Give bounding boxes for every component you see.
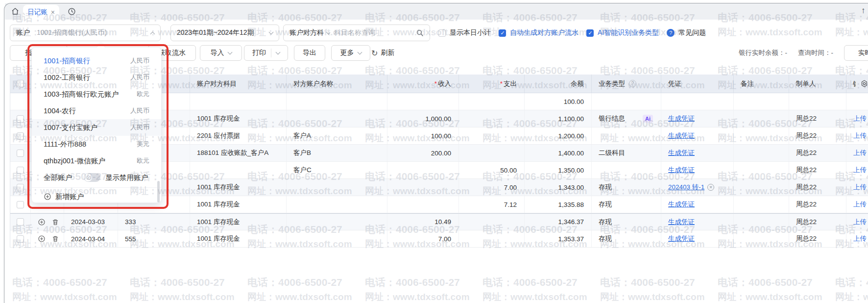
watermark-phone: 电话：4006-6500-27: [600, 276, 695, 289]
cell-number: 555: [125, 235, 136, 243]
account-option-5[interactable]: 1111-外币888美元: [32, 136, 161, 152]
account-option-1[interactable]: 1002-工商银行人民币: [32, 69, 161, 86]
account-option-3[interactable]: 1004-农行人民币: [32, 102, 161, 119]
scroll-up-icon[interactable]: ↑: [861, 6, 866, 16]
upload-link[interactable]: 上传: [853, 200, 867, 209]
header-biz-type: 业务类型: [599, 79, 625, 88]
subject-type-select[interactable]: 账户对方科: [289, 28, 330, 37]
watermark-phone: 电话：4006-6500-27: [247, 276, 342, 289]
checkbox-daily-subtotal[interactable]: 显示本日小计: [438, 28, 491, 37]
cell-maker: 周总22: [796, 166, 817, 175]
watermark-url: 网址：www.tdxsoft.com: [600, 291, 705, 303]
voucher-doc-link[interactable]: 202403 转-1: [668, 183, 704, 192]
upload-link[interactable]: 上传: [853, 218, 867, 227]
checkbox-icon[interactable]: [438, 29, 446, 37]
checkbox-checked-icon[interactable]: [499, 29, 506, 37]
chevron-up-icon: [150, 31, 155, 36]
upload-link[interactable]: 上传: [853, 234, 867, 243]
table-row-7: 2024-03-033331001 库存现金10.491,346.37存现生成凭…: [10, 213, 868, 230]
row-checkbox[interactable]: [17, 132, 24, 140]
cell-opp-subject: 1001 库存现金: [197, 114, 240, 123]
tab-close-icon[interactable]: ×: [51, 8, 55, 16]
column-settings-gear-icon[interactable]: [860, 79, 868, 88]
print-dropdown-toggle[interactable]: [271, 52, 285, 54]
checkbox-auto-flow[interactable]: 自动生成对方账户流水: [499, 28, 579, 37]
search-icon[interactable]: [416, 29, 424, 37]
cell-balance: 1,335.88: [558, 201, 584, 208]
tab-bar: 日记账 × ↑: [5, 3, 868, 20]
more-button[interactable]: 更多: [331, 45, 370, 61]
print-label[interactable]: 打印: [247, 49, 271, 57]
account-option-4[interactable]: 1007-支付宝账户人民币: [32, 119, 161, 136]
upload-link[interactable]: 上传: [853, 166, 867, 175]
bank-balance-text: 银行实时余额：-: [739, 49, 787, 57]
row-checkbox[interactable]: [17, 235, 24, 243]
tab-journal[interactable]: 日记账 ×: [23, 5, 59, 20]
row-checkbox[interactable]: [17, 150, 24, 157]
export-button[interactable]: 导出: [294, 45, 325, 61]
watermark-url: 网址：www.tdxsoft.com: [718, 291, 822, 303]
cell-biz-type: 二级科目: [599, 149, 625, 157]
question-circle-icon: ?: [667, 29, 675, 37]
show-disabled-toggle[interactable]: [84, 173, 100, 182]
row-checkbox[interactable]: [17, 184, 24, 191]
watermark-url: 网址：www.tdxsoft.com: [130, 291, 235, 303]
account-select[interactable]: 账户 1001-招商银行(人民币): [10, 25, 161, 41]
generate-voucher-link[interactable]: 生成凭证: [668, 149, 695, 157]
chevron-down-icon: [269, 29, 274, 34]
upload-link[interactable]: 上传: [853, 149, 867, 157]
checkbox-auto-flow-label: 自动生成对方账户流水: [510, 28, 579, 37]
row-checkbox[interactable]: [17, 218, 24, 226]
generate-voucher-link[interactable]: 生成凭证: [668, 114, 695, 123]
select-all-checkbox[interactable]: [17, 80, 24, 87]
upload-link[interactable]: 上传: [853, 114, 867, 123]
add-account-button[interactable]: 新增账户: [32, 189, 161, 204]
refresh-button[interactable]: ↻ 刷新: [371, 45, 394, 61]
watermark-phone: 电话：4006-6500-27: [12, 276, 107, 289]
account-select-value: 1001-招商银行(人民币): [37, 28, 144, 37]
generate-voucher-link[interactable]: 生成凭证: [668, 200, 695, 209]
show-disabled-label: 显示禁用账户: [105, 173, 148, 182]
realtime-query-button[interactable]: 实时查询: [844, 45, 868, 61]
generate-voucher-link[interactable]: 生成凭证: [668, 218, 695, 227]
add-row-icon[interactable]: [38, 235, 46, 243]
generate-voucher-link[interactable]: 生成凭证: [668, 131, 695, 140]
import-button[interactable]: 导入: [200, 45, 242, 61]
history-icon[interactable]: [68, 7, 76, 16]
query-time-text: 查询时间：-: [798, 49, 833, 57]
period-select[interactable]: 2023年01期~2024年12期: [170, 25, 279, 41]
checkbox-ai-recognize[interactable]: AI智能识别业务类型: [586, 28, 659, 37]
row-checkbox[interactable]: [17, 115, 24, 123]
row-checkbox[interactable]: [17, 167, 24, 174]
cell-maker: 周总22: [796, 234, 817, 243]
account-option-currency: 欧元: [137, 156, 149, 165]
subject-search-box[interactable]: 账户对方科 科目名称查询: [283, 25, 430, 41]
checkbox-daily-subtotal-label: 显示本日小计: [450, 28, 491, 37]
cell-biz-type: 银行结息: [599, 114, 625, 123]
add-row-icon[interactable]: [38, 218, 46, 226]
cell-expense: 7.00: [504, 184, 517, 191]
checkbox-ai-recognize-label: AI智能识别业务类型: [598, 28, 659, 37]
account-option-currency: 人民币: [130, 106, 149, 115]
all-accounts-label[interactable]: 全部账户: [44, 173, 72, 182]
biz-type-help-icon[interactable]: ?: [629, 80, 636, 87]
account-option-2[interactable]: 1003-招商银行欧元账户欧元: [32, 86, 161, 102]
upload-link[interactable]: 上传: [853, 183, 867, 192]
delete-row-icon[interactable]: [51, 218, 59, 226]
generate-voucher-link[interactable]: 生成凭证: [668, 166, 695, 175]
upload-link[interactable]: 上传: [853, 131, 867, 140]
voucher-remove-icon[interactable]: ✕: [707, 184, 714, 191]
row-checkbox[interactable]: [17, 201, 24, 208]
delete-row-icon[interactable]: [51, 235, 59, 243]
account-option-0[interactable]: 1001-招商银行人民币: [32, 52, 161, 69]
dropdown-scrollbar[interactable]: [157, 181, 160, 202]
home-icon[interactable]: [11, 7, 20, 16]
print-split-button[interactable]: 打印: [244, 45, 288, 61]
faq-link[interactable]: ? 常见问题: [667, 28, 706, 37]
subject-search-input[interactable]: 科目名称查询: [334, 28, 412, 37]
account-option-6[interactable]: qthbzj001-微信账户欧元: [32, 152, 161, 169]
cell-opp-account-name: 客户A: [293, 131, 311, 140]
subject-type-select-value: 账户对方科: [289, 28, 324, 37]
checkbox-checked-icon[interactable]: [586, 29, 594, 37]
generate-voucher-link[interactable]: 生成凭证: [668, 234, 695, 243]
